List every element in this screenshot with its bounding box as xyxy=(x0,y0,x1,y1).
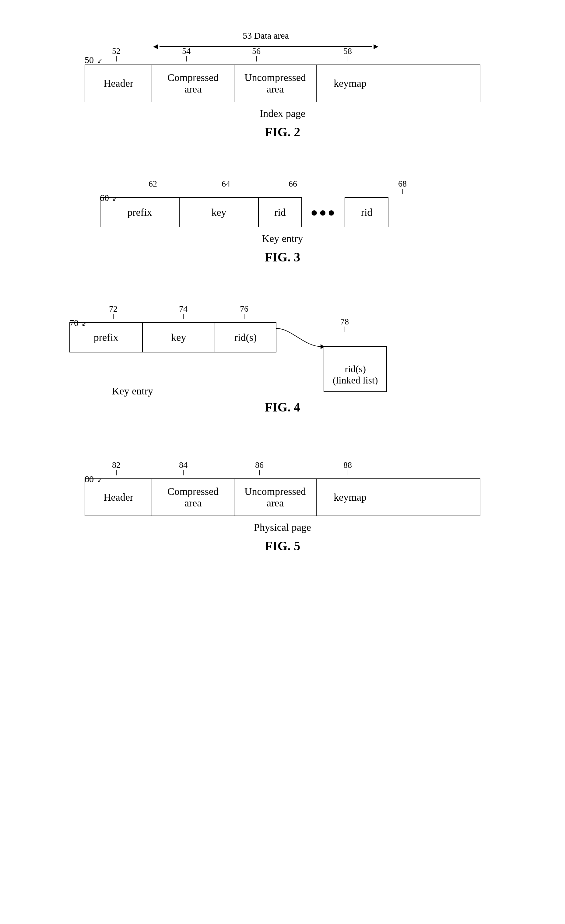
fig4-section: 70 ↙ 72 74 76 xyxy=(24,301,541,414)
fig3-box-rid2: rid xyxy=(345,198,388,227)
fig4-label: FIG. 4 xyxy=(69,400,496,414)
fig4-right-box: rid(s) (linked list) xyxy=(324,346,387,392)
fig5-label: FIG. 5 xyxy=(265,539,301,553)
fig5-callout-82: 82 xyxy=(112,460,120,476)
fig2-section: 50 ↙ 53 Data area ◄ ► 52 xyxy=(24,30,541,140)
page-container: 50 ↙ 53 Data area ◄ ► 52 xyxy=(24,12,541,578)
fig5-callout-86: 86 xyxy=(255,460,264,476)
fig3-callout-68: 68 xyxy=(398,179,407,194)
fig5-callout-88: 88 xyxy=(343,460,352,476)
fig2-box-keymap: keymap xyxy=(317,65,383,102)
fig4-callout-78: 78 xyxy=(340,317,349,332)
fig2-callout-52: 52 xyxy=(112,46,120,62)
fig2-box-compressed: Compressed area xyxy=(152,65,234,102)
fig2-box-header: Header xyxy=(85,65,152,102)
fig3-box-key: key xyxy=(180,198,259,227)
fig5-box-compressed: Compressed area xyxy=(152,479,234,516)
fig3-caption: Key entry xyxy=(100,233,465,244)
fig4-caption: Key entry xyxy=(69,385,496,397)
fig3-box-rid1: rid xyxy=(259,198,301,227)
fig3-callout-62: 62 xyxy=(149,179,157,194)
fig5-box-header: Header xyxy=(85,479,152,516)
fig3-dots: ●●● xyxy=(302,197,345,227)
fig5-box-keymap: keymap xyxy=(317,479,383,516)
fig5-section: 80 ↙ 82 84 86 88 xyxy=(24,457,541,553)
fig4-box-rids: rid(s) xyxy=(215,323,276,352)
fig3-callout-64: 64 xyxy=(222,179,230,194)
fig5-callout-84: 84 xyxy=(179,460,188,476)
fig4-callout-74: 74 xyxy=(179,304,188,319)
fig5-box-uncompressed: Uncompressed area xyxy=(234,479,317,516)
fig3-callout-66: 66 xyxy=(289,179,297,194)
fig4-callout-76: 76 xyxy=(240,304,248,319)
fig4-box-key: key xyxy=(143,323,215,352)
fig3-label: FIG. 3 xyxy=(265,250,301,264)
fig5-caption: Physical page xyxy=(85,522,480,533)
fig2-caption: Index page xyxy=(85,108,480,119)
fig4-callout-72: 72 xyxy=(109,304,117,319)
fig2-callout-56: 56 xyxy=(252,46,261,62)
fig2-box-uncompressed: Uncompressed area xyxy=(234,65,317,102)
fig3-section: 60 ↙ 62 64 66 68 xyxy=(24,176,541,264)
fig2-label: FIG. 2 xyxy=(265,125,301,140)
fig2-callout-58: 58 xyxy=(343,46,352,62)
fig2-callout-54: 54 xyxy=(182,46,191,62)
